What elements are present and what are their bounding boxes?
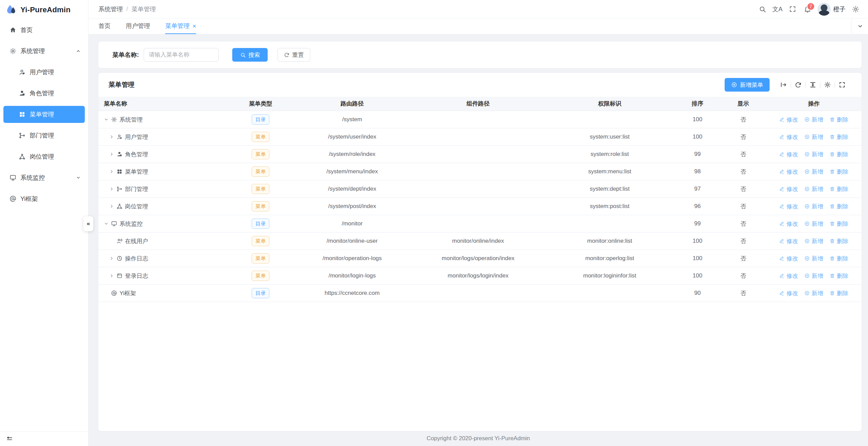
density-icon xyxy=(809,81,816,88)
expand-arrow-icon[interactable] xyxy=(109,134,114,139)
sidebar-item-depts[interactable]: 部门管理 xyxy=(3,127,85,144)
expand-arrow-icon[interactable] xyxy=(109,204,114,209)
permission-key: monitor:operlog:list xyxy=(545,255,675,262)
gear-icon xyxy=(111,116,117,123)
expand-arrow-icon[interactable] xyxy=(109,152,114,157)
user-icon xyxy=(116,134,123,140)
trash-icon xyxy=(830,117,835,122)
delete-link[interactable]: 删除 xyxy=(830,150,848,158)
expand-arrow-icon[interactable] xyxy=(104,117,109,122)
table-fullscreen-button[interactable] xyxy=(835,80,849,90)
edit-link[interactable]: 修改 xyxy=(779,185,798,193)
close-icon[interactable]: × xyxy=(192,23,196,29)
add-link[interactable]: 新增 xyxy=(804,168,823,176)
add-menu-button-label: 新增菜单 xyxy=(740,81,763,89)
breadcrumb-item-current: 菜单管理 xyxy=(131,5,156,13)
expand-arrow-icon[interactable] xyxy=(109,256,114,261)
sidebar-item-yi-framework[interactable]: Yi框架 xyxy=(3,190,85,207)
breadcrumb-item[interactable]: 系统管理 xyxy=(98,5,123,13)
edit-link[interactable]: 修改 xyxy=(779,203,798,210)
edit-link[interactable]: 修改 xyxy=(779,168,798,176)
edit-link[interactable]: 修改 xyxy=(779,220,798,228)
sidebar-item-users[interactable]: 用户管理 xyxy=(3,64,85,81)
plus-circle-icon xyxy=(804,134,810,140)
visible-value: 否 xyxy=(720,185,766,193)
search-button[interactable] xyxy=(755,2,770,17)
sidebar-item-posts[interactable]: 岗位管理 xyxy=(3,148,85,165)
column-settings-button[interactable] xyxy=(820,80,835,90)
edit-link[interactable]: 修改 xyxy=(779,255,798,262)
refresh-table-button[interactable] xyxy=(791,80,805,90)
sidebar-collapse-button[interactable]: « xyxy=(83,216,93,231)
add-link[interactable]: 新增 xyxy=(804,255,823,262)
tab-label: 首页 xyxy=(98,22,111,30)
add-link[interactable]: 新增 xyxy=(804,133,823,141)
add-link[interactable]: 新增 xyxy=(804,116,823,124)
delete-link[interactable]: 删除 xyxy=(830,272,848,280)
search-button-label: 搜索 xyxy=(249,51,260,59)
sort-value: 90 xyxy=(675,290,720,297)
user-icon xyxy=(19,69,26,76)
sidebar-item-system[interactable]: 系统管理 xyxy=(3,43,85,60)
menu-fold-icon[interactable] xyxy=(6,435,13,442)
add-link[interactable]: 新增 xyxy=(804,272,823,280)
table-toolbar: 新增菜单 xyxy=(725,78,849,92)
edit-link[interactable]: 修改 xyxy=(779,237,798,245)
delete-link[interactable]: 删除 xyxy=(830,220,848,228)
edit-icon xyxy=(779,117,785,122)
notifications-button[interactable]: 7 xyxy=(800,2,815,17)
edit-link[interactable]: 修改 xyxy=(779,289,798,297)
add-link[interactable]: 新增 xyxy=(804,150,823,158)
search-submit-button[interactable]: 搜索 xyxy=(232,48,268,62)
add-menu-button[interactable]: 新增菜单 xyxy=(725,78,770,92)
sidebar-item-home[interactable]: 首页 xyxy=(3,21,85,38)
sidebar-item-monitor[interactable]: 系统监控 xyxy=(3,169,85,186)
delete-link[interactable]: 删除 xyxy=(830,289,848,297)
density-button[interactable] xyxy=(806,80,820,90)
edit-link[interactable]: 修改 xyxy=(779,133,798,141)
route-path: https://ccnetcore.com xyxy=(293,290,411,297)
delete-link[interactable]: 删除 xyxy=(830,168,848,176)
add-link[interactable]: 新增 xyxy=(804,237,823,245)
menu-name-input[interactable] xyxy=(144,48,219,62)
table-row: 岗位管理 菜单 /system/post/index system:post:l… xyxy=(98,198,862,215)
delete-link[interactable]: 删除 xyxy=(830,116,848,124)
add-link[interactable]: 新增 xyxy=(804,220,823,228)
search-icon xyxy=(759,5,766,13)
sidebar-item-roles[interactable]: 角色管理 xyxy=(3,85,85,102)
add-link[interactable]: 新增 xyxy=(804,289,823,297)
expand-arrow-icon[interactable] xyxy=(109,187,114,191)
delete-link[interactable]: 删除 xyxy=(830,133,848,141)
trash-icon xyxy=(830,134,835,140)
edit-icon xyxy=(779,238,785,244)
edit-link[interactable]: 修改 xyxy=(779,272,798,280)
tab-home[interactable]: 首页 xyxy=(98,18,111,34)
add-link[interactable]: 新增 xyxy=(804,185,823,193)
reset-button[interactable]: 重置 xyxy=(278,48,310,62)
delete-link[interactable]: 删除 xyxy=(830,237,848,245)
settings-button[interactable] xyxy=(848,2,863,17)
menu-type-tag: 菜单 xyxy=(252,166,269,177)
plus-circle-icon xyxy=(731,82,737,88)
expand-all-button[interactable] xyxy=(776,80,791,90)
expand-arrow-icon[interactable] xyxy=(109,169,114,174)
expand-arrow-icon[interactable] xyxy=(104,221,109,226)
sidebar-item-menus[interactable]: 菜单管理 xyxy=(3,106,85,123)
add-link[interactable]: 新增 xyxy=(804,203,823,210)
search-panel: 菜单名称: 搜索 重置 xyxy=(98,42,862,68)
delete-link[interactable]: 删除 xyxy=(830,185,848,193)
post-icon xyxy=(116,203,123,209)
sort-value: 100 xyxy=(675,133,720,140)
at-icon xyxy=(10,195,16,202)
translate-button[interactable]: 文A xyxy=(770,2,785,17)
tab-menu-management[interactable]: 菜单管理 × xyxy=(165,18,196,34)
fullscreen-button[interactable] xyxy=(785,2,800,17)
expand-arrow-icon[interactable] xyxy=(109,273,114,278)
delete-link[interactable]: 删除 xyxy=(830,203,848,210)
user-menu[interactable]: 橙子 xyxy=(815,3,848,16)
edit-link[interactable]: 修改 xyxy=(779,116,798,124)
tab-user-management[interactable]: 用户管理 xyxy=(126,18,150,34)
tabs-dropdown-button[interactable] xyxy=(852,18,868,34)
edit-link[interactable]: 修改 xyxy=(779,150,798,158)
delete-link[interactable]: 删除 xyxy=(830,255,848,262)
